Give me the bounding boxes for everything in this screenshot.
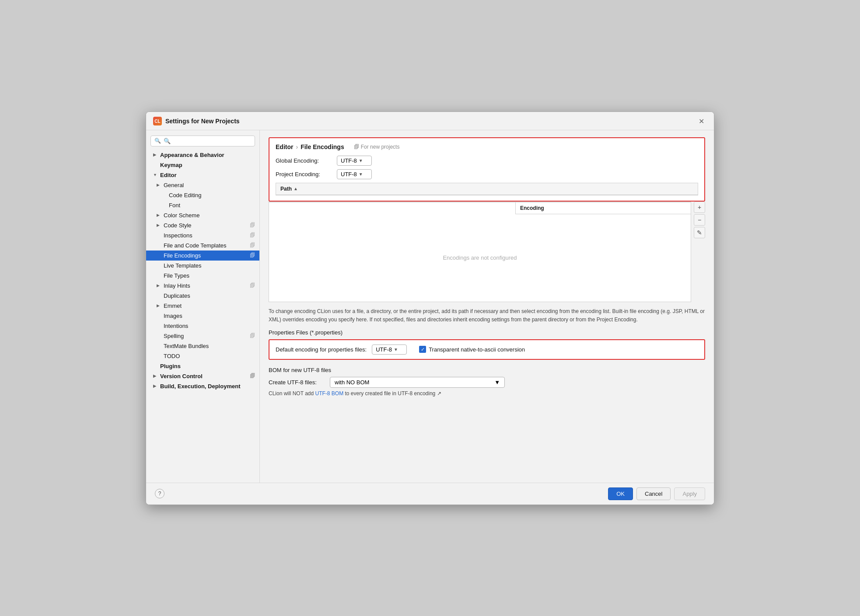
- copy-icon: 🗐: [250, 232, 255, 238]
- sidebar-item-appearance[interactable]: ▶ Appearance & Behavior: [146, 150, 259, 160]
- close-button[interactable]: ✕: [696, 116, 707, 126]
- props-encoding-dropdown[interactable]: UTF-8 ▼: [372, 345, 407, 355]
- bom-note: CLion will NOT add UTF-8 BOM to every cr…: [269, 390, 705, 397]
- sidebar-item-label: Font: [169, 202, 180, 209]
- sidebar-item-editor[interactable]: ▼ Editor: [146, 170, 259, 180]
- sidebar-item-label: File Types: [164, 272, 189, 279]
- add-path-button[interactable]: +: [694, 202, 705, 213]
- sidebar-item-code-style[interactable]: ▶ Code Style 🗐: [146, 220, 259, 230]
- bom-note-prefix: CLion will NOT add: [269, 390, 315, 397]
- sidebar-item-label: TODO: [164, 353, 180, 359]
- col-encoding: Encoding: [516, 202, 691, 214]
- sidebar-item-keymap[interactable]: Keymap: [146, 160, 259, 170]
- apply-button[interactable]: Apply: [674, 487, 705, 500]
- bom-note-suffix: to every created file in UTF-8 encoding …: [343, 390, 441, 397]
- help-button[interactable]: ?: [155, 489, 164, 498]
- remove-path-button[interactable]: −: [694, 214, 705, 226]
- sidebar-item-emmet[interactable]: ▶ Emmet: [146, 301, 259, 311]
- sidebar-item-file-code-templates[interactable]: File and Code Templates 🗐: [146, 240, 259, 251]
- transparent-conversion-wrap: ✓ Transparent native-to-ascii conversion: [419, 346, 525, 353]
- footer-buttons: OK Cancel Apply: [608, 487, 705, 500]
- dropdown-arrow: ▼: [359, 172, 363, 177]
- sidebar-item-label: Images: [164, 313, 182, 319]
- path-table-header-box: Path ▲: [276, 183, 698, 195]
- sidebar-item-label: Inlay Hints: [164, 282, 190, 289]
- sidebar-item-images[interactable]: Images: [146, 311, 259, 321]
- dropdown-arrow: ▼: [494, 379, 500, 386]
- description-text: To change encoding CLion uses for a file…: [269, 307, 705, 324]
- sidebar-item-label: Duplicates: [164, 292, 190, 299]
- bom-section: BOM for new UTF-8 files Create UTF-8 fil…: [269, 367, 705, 397]
- sidebar-item-label: File and Code Templates: [164, 242, 227, 249]
- breadcrumb-part2: File Encodings: [301, 143, 344, 150]
- sidebar-item-plugins[interactable]: Plugins: [146, 361, 259, 371]
- copy-icon: 🗐: [250, 252, 255, 258]
- sidebar-item-label: Spelling: [164, 333, 184, 339]
- sidebar-item-label: Plugins: [160, 363, 181, 369]
- breadcrumb-part1: Editor: [276, 143, 293, 150]
- search-input[interactable]: [164, 138, 251, 144]
- table-header: Path ▲: [276, 183, 698, 195]
- breadcrumb-note: 🗐 For new projects: [354, 144, 400, 150]
- note-icon: 🗐: [354, 144, 359, 150]
- arrow-icon: ▶: [157, 283, 162, 288]
- sidebar-item-label: Live Templates: [164, 262, 201, 269]
- sidebar-item-label: TextMate Bundles: [164, 343, 209, 349]
- sidebar-item-inspections[interactable]: Inspections 🗐: [146, 230, 259, 240]
- sidebar-item-live-templates[interactable]: Live Templates: [146, 261, 259, 271]
- sort-icon: ▲: [294, 186, 298, 191]
- arrow-icon: ▶: [153, 153, 158, 157]
- bom-title: BOM for new UTF-8 files: [269, 367, 705, 373]
- project-encoding-dropdown[interactable]: UTF-8 ▼: [337, 169, 372, 179]
- sidebar-item-label: Appearance & Behavior: [160, 152, 224, 158]
- breadcrumb: Editor › File Encodings 🗐 For new projec…: [276, 143, 698, 150]
- global-encoding-dropdown[interactable]: UTF-8 ▼: [337, 156, 372, 166]
- settings-dialog: CL Settings for New Projects ✕ 🔍 ▶ Appea…: [146, 111, 714, 505]
- sidebar-item-inlay-hints[interactable]: ▶ Inlay Hints 🗐: [146, 281, 259, 291]
- sidebar-item-textmate[interactable]: TextMate Bundles: [146, 341, 259, 351]
- sidebar-item-label: Inspections: [164, 232, 192, 239]
- copy-icon: 🗐: [250, 373, 255, 379]
- sidebar-item-todo[interactable]: TODO: [146, 351, 259, 361]
- create-utf8-value: with NO BOM: [335, 379, 369, 386]
- project-encoding-value: UTF-8: [341, 171, 357, 177]
- sidebar-item-label: Editor: [160, 172, 177, 178]
- sidebar-item-spelling[interactable]: Spelling 🗐: [146, 331, 259, 341]
- sidebar-item-general[interactable]: ▶ General: [146, 180, 259, 190]
- sidebar-item-intentions[interactable]: Intentions: [146, 321, 259, 331]
- title-bar-left: CL Settings for New Projects: [153, 117, 240, 125]
- sidebar-item-version-control[interactable]: ▶ Version Control 🗐: [146, 371, 259, 381]
- dropdown-arrow: ▼: [359, 158, 363, 163]
- project-encoding-row: Project Encoding: UTF-8 ▼: [276, 169, 698, 179]
- ok-button[interactable]: OK: [608, 487, 633, 500]
- sidebar-item-font[interactable]: Font: [146, 200, 259, 210]
- transparent-conversion-checkbox[interactable]: ✓: [419, 346, 426, 353]
- sidebar-item-duplicates[interactable]: Duplicates: [146, 291, 259, 301]
- sidebar-item-color-scheme[interactable]: ▶ Color Scheme: [146, 210, 259, 220]
- col-path: Path ▲: [276, 183, 698, 195]
- project-encoding-label: Project Encoding:: [276, 171, 332, 177]
- sidebar-item-file-types[interactable]: File Types: [146, 271, 259, 281]
- search-box[interactable]: 🔍: [150, 136, 255, 146]
- sidebar-item-label: Keymap: [160, 162, 182, 168]
- breadcrumb-section: Editor › File Encodings 🗐 For new projec…: [269, 137, 705, 202]
- global-encoding-value: UTF-8: [341, 157, 357, 164]
- sidebar-item-label: Build, Execution, Deployment: [160, 383, 240, 390]
- global-encoding-row: Global Encoding: UTF-8 ▼: [276, 156, 698, 166]
- title-bar: CL Settings for New Projects ✕: [146, 112, 714, 130]
- copy-icon: 🗐: [250, 333, 255, 339]
- sidebar-item-file-encodings[interactable]: File Encodings 🗐: [146, 251, 259, 261]
- cancel-button[interactable]: Cancel: [636, 487, 671, 500]
- sidebar-item-label: General: [164, 182, 184, 188]
- sidebar-item-build[interactable]: ▶ Build, Execution, Deployment: [146, 381, 259, 391]
- edit-path-button[interactable]: ✎: [694, 227, 705, 238]
- table-side-buttons: + − ✎: [694, 202, 705, 302]
- copy-icon: 🗐: [250, 222, 255, 228]
- create-utf8-dropdown[interactable]: with NO BOM ▼: [330, 377, 505, 388]
- dropdown-arrow: ▼: [394, 347, 398, 352]
- sidebar-item-code-editing[interactable]: Code Editing: [146, 190, 259, 200]
- arrow-icon: ▶: [153, 384, 158, 388]
- copy-icon: 🗐: [250, 282, 255, 289]
- bom-link[interactable]: UTF-8 BOM: [315, 390, 344, 397]
- arrow-icon: ▼: [153, 173, 158, 177]
